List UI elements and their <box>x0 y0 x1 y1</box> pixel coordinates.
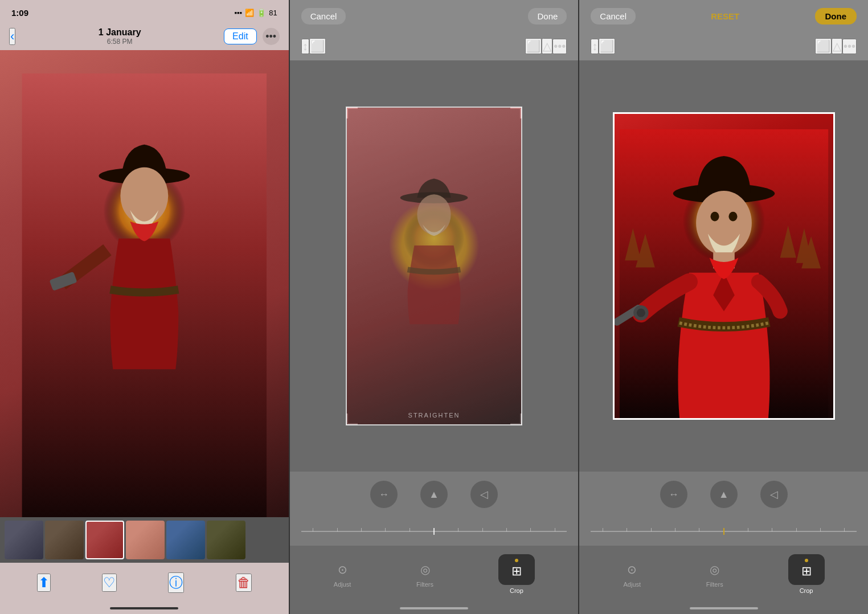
adjust-controls: ↔ ▲ ◁ <box>290 472 579 517</box>
tick <box>458 528 458 531</box>
info-button[interactable]: ⓘ <box>168 572 184 593</box>
tab-filters[interactable]: ◎ Filters <box>416 560 434 588</box>
thumb-4[interactable] <box>126 521 165 559</box>
aspect-icon[interactable]: ⬜ <box>525 38 542 54</box>
result-crop-frame[interactable] <box>613 112 835 420</box>
action-bar: ⬆ ♡ ⓘ 🗑 <box>0 563 289 603</box>
home-indicator-2 <box>290 603 579 614</box>
result-horiz-btn[interactable]: ↔ <box>660 481 687 508</box>
result-vert-btn[interactable]: ▲ <box>710 481 738 508</box>
crop-frame[interactable]: STRAIGHTEN <box>346 107 522 425</box>
svg-point-7 <box>417 194 451 235</box>
battery-level: 81 <box>269 9 277 17</box>
home-indicator-3 <box>579 603 868 614</box>
status-time: 1:09 <box>11 8 28 18</box>
home-bar-3 <box>690 607 758 609</box>
back-button[interactable]: ‹ <box>9 28 15 45</box>
result-slider-track <box>591 531 857 532</box>
status-icons: ▪▪▪ 📶 🔋 81 <box>234 9 277 17</box>
done-button[interactable]: Done <box>528 8 567 24</box>
result-done-button[interactable]: Done <box>815 8 857 24</box>
tab-adjust[interactable]: ⊙ Adjust <box>333 560 351 588</box>
tab-crop[interactable]: ⊞ Crop <box>498 554 535 594</box>
result-aspect-icon[interactable]: ⬜ <box>815 38 832 54</box>
tick <box>555 528 555 531</box>
delete-button[interactable]: 🗑 <box>236 574 252 592</box>
cancel-button[interactable]: Cancel <box>301 8 346 24</box>
rotate-icon[interactable]: ⬜ <box>309 38 326 54</box>
crop-view-area: STRAIGHTEN <box>290 60 579 472</box>
crop-label: Crop <box>510 587 523 594</box>
tick <box>506 528 507 531</box>
result-share-btn[interactable]: ◁ <box>760 481 788 508</box>
result-bottom-tabs: ⊙ Adjust ◎ Filters ⊞ Crop <box>579 546 868 603</box>
share-button[interactable]: ⬆ <box>37 574 51 592</box>
tick <box>772 528 772 531</box>
slider-area[interactable] <box>290 517 579 546</box>
thumb-3-selected[interactable] <box>85 521 124 559</box>
svg-point-3 <box>120 167 168 224</box>
home-indicator <box>0 603 289 614</box>
result-flip-icon[interactable]: ↕ <box>591 39 599 54</box>
result-crop-area <box>579 60 868 472</box>
home-bar-2 <box>400 607 468 609</box>
rdr2-photo <box>0 50 289 517</box>
result-adjust-label: Adjust <box>623 581 641 588</box>
flip-h-icon[interactable]: ↕ <box>301 39 309 54</box>
thumb-1[interactable] <box>5 521 43 559</box>
result-tab-crop[interactable]: ⊞ Crop <box>788 554 825 594</box>
svg-point-12 <box>710 211 719 221</box>
result-slider-ticks <box>591 528 857 535</box>
main-photo <box>0 50 289 517</box>
result-filters-label: Filters <box>706 581 723 588</box>
panel-crop-editor: Cancel Done ↕ ⬜ ⬜ △ ••• <box>290 0 579 614</box>
like-button[interactable]: ♡ <box>102 574 117 592</box>
result-cancel-button[interactable]: Cancel <box>591 8 636 24</box>
result-tab-filters[interactable]: ◎ Filters <box>706 560 724 588</box>
crop-icon: ⊞ <box>507 562 526 580</box>
more-icon[interactable]: ••• <box>552 39 567 54</box>
panel-photo-viewer: 1:09 ▪▪▪ 📶 🔋 81 ‹ 1 January 6:58 PM Edit… <box>0 0 289 614</box>
result-rotate-icon[interactable]: ⬜ <box>599 38 615 54</box>
crop-top-bar: Cancel Done <box>290 0 579 32</box>
nav-title: 1 January 6:58 PM <box>99 27 141 46</box>
tick <box>651 528 652 531</box>
result-enhance-icon[interactable]: △ <box>832 38 842 54</box>
result-filters-icon: ◎ <box>706 560 724 579</box>
more-button[interactable]: ••• <box>263 28 280 45</box>
result-slider-area[interactable] <box>579 517 868 546</box>
tick <box>675 528 675 531</box>
result-crop-icon-container: ⊞ <box>788 554 825 585</box>
adjust-label: Adjust <box>334 581 351 588</box>
nav-bar: ‹ 1 January 6:58 PM Edit ••• <box>0 23 289 50</box>
tick <box>530 528 531 531</box>
svg-point-13 <box>728 211 737 221</box>
svg-point-16 <box>637 308 645 317</box>
result-photo-preview <box>615 114 833 418</box>
result-more-icon[interactable]: ••• <box>842 39 857 54</box>
thumb-6[interactable] <box>207 521 245 559</box>
photo-date: 1 January <box>99 27 141 38</box>
nav-actions: Edit ••• <box>224 28 280 45</box>
rdr2-character-art <box>0 73 289 517</box>
horizontal-flip-btn[interactable]: ↔ <box>370 481 398 508</box>
thumb-5[interactable] <box>166 521 205 559</box>
result-tab-adjust[interactable]: ⊙ Adjust <box>623 560 641 588</box>
vertical-adjust-btn[interactable]: ▲ <box>420 481 448 508</box>
tick <box>410 528 410 531</box>
reset-button[interactable]: RESET <box>711 11 739 21</box>
tick <box>748 528 748 531</box>
tick <box>699 528 699 531</box>
tick <box>603 528 603 531</box>
filters-label: Filters <box>416 581 433 588</box>
panel-crop-result: Cancel RESET Done ↕ ⬜ ⬜ △ ••• <box>579 0 868 614</box>
slider-center-tick <box>433 528 435 535</box>
result-adjust-icon: ⊙ <box>623 560 641 579</box>
wifi-icon: 📶 <box>245 9 254 17</box>
result-adjust-controls: ↔ ▲ ◁ <box>579 472 868 517</box>
thumb-2[interactable] <box>45 521 84 559</box>
share-adjust-btn[interactable]: ◁ <box>470 481 498 508</box>
edit-button[interactable]: Edit <box>224 28 257 44</box>
auto-enhance-icon[interactable]: △ <box>542 38 552 54</box>
straighten-label: STRAIGHTEN <box>408 412 460 419</box>
